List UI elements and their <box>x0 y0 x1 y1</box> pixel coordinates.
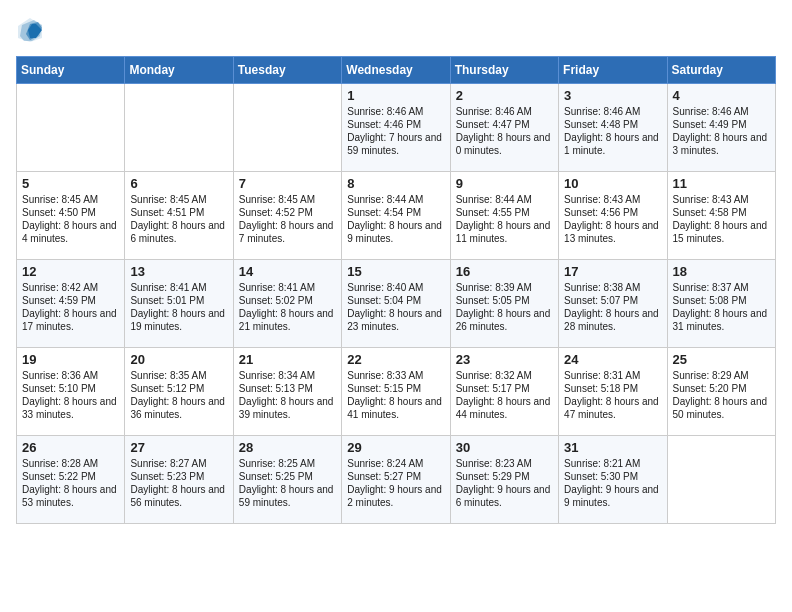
calendar-cell: 30Sunrise: 8:23 AMSunset: 5:29 PMDayligh… <box>450 436 558 524</box>
calendar-cell: 8Sunrise: 8:44 AMSunset: 4:54 PMDaylight… <box>342 172 450 260</box>
calendar-cell: 31Sunrise: 8:21 AMSunset: 5:30 PMDayligh… <box>559 436 667 524</box>
day-info: Sunset: 4:49 PM <box>673 118 770 131</box>
day-info: Sunset: 5:18 PM <box>564 382 661 395</box>
day-info: Daylight: 7 hours and 59 minutes. <box>347 131 444 157</box>
day-info: Sunset: 4:51 PM <box>130 206 227 219</box>
day-number: 30 <box>456 440 553 455</box>
day-info: Daylight: 8 hours and 28 minutes. <box>564 307 661 333</box>
day-number: 24 <box>564 352 661 367</box>
day-info: Sunrise: 8:38 AM <box>564 281 661 294</box>
day-info: Sunrise: 8:37 AM <box>673 281 770 294</box>
day-number: 20 <box>130 352 227 367</box>
day-info: Daylight: 8 hours and 56 minutes. <box>130 483 227 509</box>
calendar-cell: 22Sunrise: 8:33 AMSunset: 5:15 PMDayligh… <box>342 348 450 436</box>
day-info: Sunset: 4:56 PM <box>564 206 661 219</box>
day-info: Daylight: 8 hours and 9 minutes. <box>347 219 444 245</box>
day-number: 25 <box>673 352 770 367</box>
calendar-cell: 26Sunrise: 8:28 AMSunset: 5:22 PMDayligh… <box>17 436 125 524</box>
day-info: Daylight: 8 hours and 23 minutes. <box>347 307 444 333</box>
day-info: Daylight: 8 hours and 13 minutes. <box>564 219 661 245</box>
day-number: 31 <box>564 440 661 455</box>
day-number: 28 <box>239 440 336 455</box>
day-number: 23 <box>456 352 553 367</box>
calendar-cell <box>125 84 233 172</box>
day-number: 12 <box>22 264 119 279</box>
day-number: 19 <box>22 352 119 367</box>
day-info: Daylight: 8 hours and 36 minutes. <box>130 395 227 421</box>
day-info: Daylight: 8 hours and 31 minutes. <box>673 307 770 333</box>
day-info: Daylight: 8 hours and 59 minutes. <box>239 483 336 509</box>
day-info: Sunrise: 8:45 AM <box>130 193 227 206</box>
day-info: Daylight: 8 hours and 0 minutes. <box>456 131 553 157</box>
day-info: Sunrise: 8:33 AM <box>347 369 444 382</box>
day-info: Daylight: 8 hours and 39 minutes. <box>239 395 336 421</box>
calendar-cell: 29Sunrise: 8:24 AMSunset: 5:27 PMDayligh… <box>342 436 450 524</box>
day-info: Daylight: 8 hours and 47 minutes. <box>564 395 661 421</box>
day-info: Sunrise: 8:21 AM <box>564 457 661 470</box>
day-number: 1 <box>347 88 444 103</box>
day-info: Sunset: 5:04 PM <box>347 294 444 307</box>
calendar-week-2: 5Sunrise: 8:45 AMSunset: 4:50 PMDaylight… <box>17 172 776 260</box>
day-number: 18 <box>673 264 770 279</box>
calendar-cell: 18Sunrise: 8:37 AMSunset: 5:08 PMDayligh… <box>667 260 775 348</box>
day-info: Sunset: 5:15 PM <box>347 382 444 395</box>
day-info: Daylight: 8 hours and 11 minutes. <box>456 219 553 245</box>
day-info: Sunset: 4:46 PM <box>347 118 444 131</box>
day-info: Sunrise: 8:43 AM <box>564 193 661 206</box>
day-info: Daylight: 8 hours and 1 minute. <box>564 131 661 157</box>
day-number: 26 <box>22 440 119 455</box>
day-info: Sunrise: 8:43 AM <box>673 193 770 206</box>
calendar-cell: 14Sunrise: 8:41 AMSunset: 5:02 PMDayligh… <box>233 260 341 348</box>
day-header-tuesday: Tuesday <box>233 57 341 84</box>
day-info: Sunset: 4:48 PM <box>564 118 661 131</box>
day-info: Sunset: 5:02 PM <box>239 294 336 307</box>
day-info: Sunrise: 8:41 AM <box>239 281 336 294</box>
calendar-cell: 20Sunrise: 8:35 AMSunset: 5:12 PMDayligh… <box>125 348 233 436</box>
day-info: Sunset: 5:01 PM <box>130 294 227 307</box>
page-header <box>16 16 776 44</box>
day-info: Sunset: 5:08 PM <box>673 294 770 307</box>
day-info: Sunrise: 8:34 AM <box>239 369 336 382</box>
day-info: Sunset: 4:50 PM <box>22 206 119 219</box>
calendar-header-row: SundayMondayTuesdayWednesdayThursdayFrid… <box>17 57 776 84</box>
day-info: Sunset: 5:29 PM <box>456 470 553 483</box>
calendar-cell: 13Sunrise: 8:41 AMSunset: 5:01 PMDayligh… <box>125 260 233 348</box>
day-info: Sunrise: 8:31 AM <box>564 369 661 382</box>
day-info: Daylight: 8 hours and 7 minutes. <box>239 219 336 245</box>
calendar-cell: 3Sunrise: 8:46 AMSunset: 4:48 PMDaylight… <box>559 84 667 172</box>
day-info: Sunset: 4:47 PM <box>456 118 553 131</box>
day-info: Daylight: 8 hours and 21 minutes. <box>239 307 336 333</box>
day-info: Daylight: 8 hours and 26 minutes. <box>456 307 553 333</box>
day-info: Sunset: 5:10 PM <box>22 382 119 395</box>
day-info: Sunrise: 8:29 AM <box>673 369 770 382</box>
day-info: Daylight: 8 hours and 6 minutes. <box>130 219 227 245</box>
calendar-cell: 23Sunrise: 8:32 AMSunset: 5:17 PMDayligh… <box>450 348 558 436</box>
day-info: Daylight: 8 hours and 41 minutes. <box>347 395 444 421</box>
day-info: Sunrise: 8:45 AM <box>22 193 119 206</box>
day-info: Sunrise: 8:28 AM <box>22 457 119 470</box>
day-info: Daylight: 9 hours and 2 minutes. <box>347 483 444 509</box>
calendar-cell <box>233 84 341 172</box>
calendar-cell: 10Sunrise: 8:43 AMSunset: 4:56 PMDayligh… <box>559 172 667 260</box>
calendar-cell: 11Sunrise: 8:43 AMSunset: 4:58 PMDayligh… <box>667 172 775 260</box>
day-info: Sunrise: 8:25 AM <box>239 457 336 470</box>
day-info: Sunset: 4:58 PM <box>673 206 770 219</box>
day-header-friday: Friday <box>559 57 667 84</box>
calendar-week-4: 19Sunrise: 8:36 AMSunset: 5:10 PMDayligh… <box>17 348 776 436</box>
day-info: Daylight: 9 hours and 9 minutes. <box>564 483 661 509</box>
day-number: 16 <box>456 264 553 279</box>
day-info: Daylight: 8 hours and 50 minutes. <box>673 395 770 421</box>
day-header-saturday: Saturday <box>667 57 775 84</box>
calendar-cell: 15Sunrise: 8:40 AMSunset: 5:04 PMDayligh… <box>342 260 450 348</box>
day-info: Sunset: 4:55 PM <box>456 206 553 219</box>
day-number: 22 <box>347 352 444 367</box>
calendar-cell: 25Sunrise: 8:29 AMSunset: 5:20 PMDayligh… <box>667 348 775 436</box>
day-number: 10 <box>564 176 661 191</box>
calendar-cell: 19Sunrise: 8:36 AMSunset: 5:10 PMDayligh… <box>17 348 125 436</box>
day-info: Sunrise: 8:27 AM <box>130 457 227 470</box>
day-number: 11 <box>673 176 770 191</box>
day-number: 14 <box>239 264 336 279</box>
calendar-cell: 27Sunrise: 8:27 AMSunset: 5:23 PMDayligh… <box>125 436 233 524</box>
day-number: 21 <box>239 352 336 367</box>
day-header-wednesday: Wednesday <box>342 57 450 84</box>
